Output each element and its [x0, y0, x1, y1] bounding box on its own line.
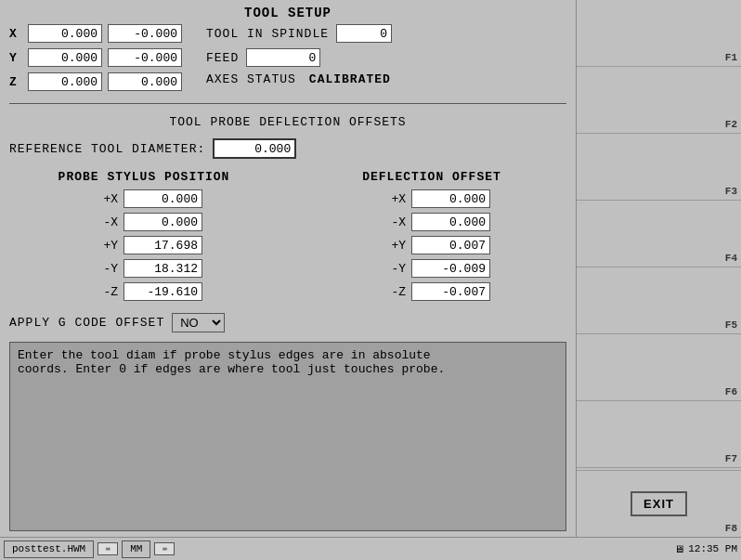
axis-z-val2[interactable]: 0.000: [108, 72, 182, 91]
tool-in-spindle-row: TOOL IN SPINDLE 0: [206, 24, 392, 43]
fn3-button[interactable]: F3: [577, 134, 741, 201]
keyboard-icon-2: ⌨: [154, 542, 175, 555]
apply-gcode-select[interactable]: NO YES: [172, 313, 225, 332]
feed-value[interactable]: 0: [246, 48, 320, 67]
taskbar-unit[interactable]: MM: [122, 540, 150, 558]
deflection-row-nx: -X 0.000: [297, 213, 566, 231]
probe-row-nz: -Z -19.610: [9, 282, 279, 301]
clock-time: 12:35 PM: [688, 543, 737, 554]
taskbar: posttest.HWM ⌨ MM ⌨ 🖥 12:35 PM: [0, 537, 741, 560]
deflection-label-nx: -X: [373, 215, 406, 229]
axes-section: X 0.000 -0.000 Y 0.000 -0.000 Z 0.000 0.…: [9, 24, 188, 94]
probe-label-nx: -X: [85, 215, 118, 229]
keyboard-icon-1: ⌨: [98, 542, 118, 555]
probe-row-py: +Y 17.698: [9, 236, 279, 254]
deflection-val-ny[interactable]: -0.009: [411, 259, 490, 278]
deflection-label-py: +Y: [373, 239, 406, 253]
fn2-label: F2: [725, 119, 737, 130]
page-title: TOOL SETUP: [0, 0, 576, 24]
feed-label: FEED: [206, 51, 239, 65]
apply-gcode-label: APPLY G CODE OFFSET: [9, 316, 164, 330]
axis-x-val2[interactable]: -0.000: [108, 24, 182, 43]
probe-label-py: +Y: [85, 239, 118, 253]
axis-label-y: Y: [9, 51, 28, 65]
fn6-button[interactable]: F6: [577, 334, 741, 401]
reference-diameter-label: REFERENCE TOOL DIAMETER:: [9, 142, 205, 156]
fn8-area: EXIT F8: [577, 470, 741, 537]
axis-y-val1[interactable]: 0.000: [28, 48, 102, 67]
deflection-row-px: +X 0.000: [297, 189, 566, 208]
message-text: Enter the tool diam if probe stylus edge…: [18, 348, 445, 376]
probe-label-ny: -Y: [85, 262, 118, 276]
probe-section: PROBE STYLUS POSITION +X 0.000 -X 0.000 …: [9, 170, 566, 306]
probe-row-nx: -X 0.000: [9, 213, 279, 231]
exit-button[interactable]: EXIT: [630, 491, 687, 516]
probe-row-px: +X 0.000: [9, 189, 279, 208]
deflection-row-ny: -Y -0.009: [297, 259, 566, 278]
fn4-label: F4: [725, 253, 737, 264]
axis-label-z: Z: [9, 75, 28, 89]
fn1-button[interactable]: F1: [577, 0, 741, 67]
fn5-button[interactable]: F5: [577, 267, 741, 334]
divider: [9, 103, 566, 104]
apply-gcode-row: APPLY G CODE OFFSET NO YES: [9, 313, 566, 332]
tool-in-spindle-label: TOOL IN SPINDLE: [206, 27, 329, 41]
deflection-col: DEFLECTION OFFSET +X 0.000 -X 0.000 +Y 0…: [297, 170, 566, 306]
message-box: Enter the tool diam if probe stylus edge…: [9, 342, 566, 531]
probe-section-title: TOOL PROBE DEFLECTION OFFSETS: [0, 115, 576, 129]
monitor-icon: 🖥: [674, 543, 684, 555]
deflection-val-py[interactable]: 0.007: [411, 236, 490, 254]
feed-row: FEED 0: [206, 48, 392, 67]
reference-diameter-input[interactable]: 0.000: [213, 138, 296, 159]
fn1-label: F1: [725, 52, 737, 63]
probe-label-px: +X: [85, 192, 118, 206]
deflection-val-nx[interactable]: 0.000: [411, 213, 490, 231]
fn-buttons-group: F1 F2 F3 F4 F5 F6: [577, 0, 741, 470]
deflection-label-px: +X: [373, 192, 406, 206]
axis-row-z: Z 0.000 0.000: [9, 72, 188, 91]
axis-x-val1[interactable]: 0.000: [28, 24, 102, 43]
probe-val-nz[interactable]: -19.610: [124, 282, 202, 301]
fn6-label: F6: [725, 386, 737, 397]
deflection-header: DEFLECTION OFFSET: [297, 170, 566, 184]
axis-label-x: X: [9, 27, 28, 41]
probe-val-ny[interactable]: 18.312: [124, 259, 202, 278]
deflection-label-ny: -Y: [373, 262, 406, 276]
reference-diameter-row: REFERENCE TOOL DIAMETER: 0.000: [9, 138, 566, 159]
axis-y-val2[interactable]: -0.000: [108, 48, 182, 67]
fn4-button[interactable]: F4: [577, 201, 741, 267]
fn3-label: F3: [725, 186, 737, 197]
content-area: TOOL SETUP X 0.000 -0.000 Y 0.000 -0.000: [0, 0, 576, 537]
probe-stylus-col: PROBE STYLUS POSITION +X 0.000 -X 0.000 …: [9, 170, 279, 306]
probe-row-ny: -Y 18.312: [9, 259, 279, 278]
tool-in-spindle-value[interactable]: 0: [336, 24, 392, 43]
deflection-row-py: +Y 0.007: [297, 236, 566, 254]
deflection-label-nz: -Z: [373, 285, 406, 299]
fn5-label: F5: [725, 319, 737, 331]
deflection-val-nz[interactable]: -0.007: [411, 282, 490, 301]
taskbar-filename[interactable]: posttest.HWM: [4, 540, 94, 558]
probe-val-nx[interactable]: 0.000: [124, 213, 202, 231]
fn8-label: F8: [725, 523, 737, 534]
axis-row-x: X 0.000 -0.000: [9, 24, 188, 43]
sidebar: F1 F2 F3 F4 F5 F6: [576, 0, 741, 537]
probe-label-nz: -Z: [85, 285, 118, 299]
taskbar-clock: 🖥 12:35 PM: [674, 543, 737, 555]
deflection-row-nz: -Z -0.007: [297, 282, 566, 301]
probe-val-px[interactable]: 0.000: [124, 189, 202, 208]
probe-stylus-header: PROBE STYLUS POSITION: [9, 170, 279, 184]
right-info: TOOL IN SPINDLE 0 FEED 0 AXES STATUS CAL…: [206, 24, 392, 94]
fn7-label: F7: [725, 453, 737, 464]
fn2-button[interactable]: F2: [577, 67, 741, 134]
axis-z-val1[interactable]: 0.000: [28, 72, 102, 91]
fn7-button[interactable]: F7: [577, 401, 741, 468]
axis-row-y: Y 0.000 -0.000: [9, 48, 188, 67]
probe-val-py[interactable]: 17.698: [124, 236, 202, 254]
deflection-val-px[interactable]: 0.000: [411, 189, 490, 208]
axes-status-value: CALIBRATED: [309, 72, 391, 86]
axes-status-row: AXES STATUS CALIBRATED: [206, 72, 392, 86]
axes-status-label: AXES STATUS: [206, 72, 296, 86]
